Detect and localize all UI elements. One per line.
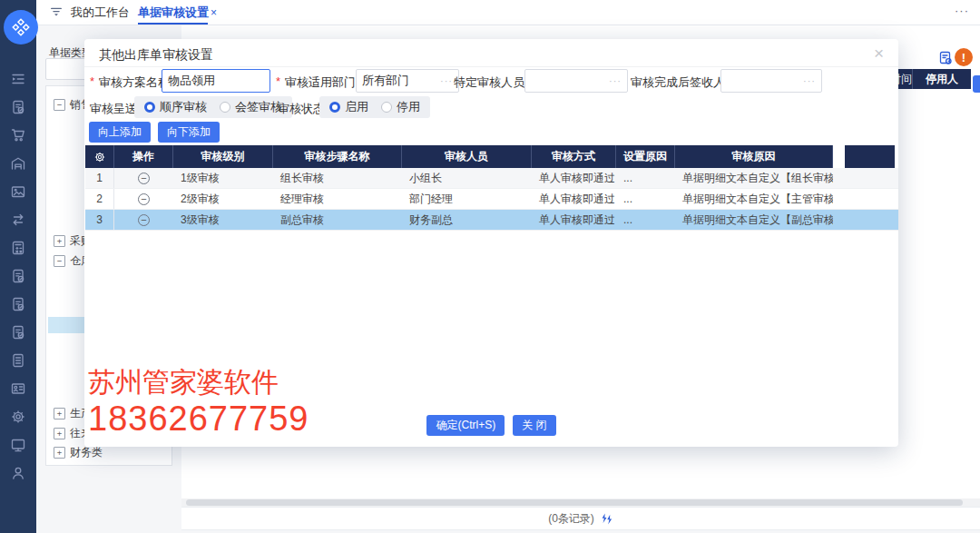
expand-icon[interactable]: + [54,428,65,439]
confirm-button[interactable]: 确定(Ctrl+S) [426,415,505,436]
auditor-input[interactable]: ··· [524,69,628,93]
document-check-icon[interactable] [10,99,26,115]
app-logo-icon[interactable] [4,10,38,44]
delivery-mode-group: 顺序审核 会签审核 [134,96,292,118]
audit-step-cell: 副总审核 [273,210,402,230]
remove-row-icon[interactable]: − [114,168,173,188]
transfer-icon[interactable] [10,212,26,228]
tab-workspace[interactable]: 我的工作台 [71,0,130,25]
radio-disable[interactable]: 停用 [381,99,420,115]
refresh-icon[interactable] [600,512,613,526]
tab-audit-settings-label: 单据审核设置 [138,5,209,19]
audit-reason-cell: 单据明细文本自定义【组长审核】等于【是】审核; [675,168,833,188]
expand-icon[interactable]: + [54,408,65,419]
dept-input[interactable]: 所有部门··· [356,69,459,93]
table-header-cell: 审核方式 [532,145,616,168]
picker-ellipsis-icon[interactable]: ··· [440,75,453,86]
remove-row-icon[interactable]: − [114,189,173,209]
status-bar: (0条记录) [181,507,980,530]
radio-icon [220,102,230,113]
close-button[interactable]: 关 闭 [513,415,555,436]
picker-ellipsis-icon[interactable]: ··· [609,75,622,86]
dept-label: 审核适用部门: [285,74,359,91]
sidebar-icon-list [0,71,36,481]
user-icon[interactable] [10,465,26,481]
collapse-icon[interactable]: − [54,99,65,111]
table-header-cell: 设置原因 [616,145,675,168]
audit-settings-dialog: 其他出库单审核设置 × * 审核方案名称: 物品领用 * 审核适用部门: 所有部… [84,39,898,447]
remove-row-icon[interactable]: − [138,173,150,184]
image-icon[interactable] [10,183,26,200]
calculator-icon[interactable] [10,240,26,256]
radio-selected-icon [329,102,340,113]
background-table-header: 停用时间 停用人 [897,69,971,89]
tree-item-label: 财务类 [70,445,103,460]
expand-icon[interactable]: + [54,447,65,459]
table-settings-gear-icon[interactable] [85,145,114,168]
dialog-close-icon[interactable]: × [874,44,884,63]
audit-level-cell: 1级审核 [173,168,273,188]
table-header-cell: 操作 [114,145,173,168]
document-check-icon[interactable] [10,296,26,312]
document-lines-icon[interactable] [10,352,26,369]
audit-person-cell: 财务副总 [402,210,532,230]
collapse-icon[interactable]: − [54,255,65,267]
alert-badge[interactable]: ! [955,48,973,66]
document-check-icon[interactable] [10,268,26,284]
auditor-label: 特定审核人员: [454,74,528,91]
collapse-menu-icon[interactable] [49,5,64,19]
audit-step-cell: 经理审核 [273,189,402,209]
audit-steps-table: 操作审核级别审核步骤名称审核人员审核方式设置原因审核原因 1−1级审核组长审核小… [85,145,898,231]
radio-enable[interactable]: 启用 [329,99,368,115]
scheme-name-input[interactable]: 物品领用 [162,69,270,93]
audit-person-cell: 小组长 [402,168,532,188]
tab-close-icon[interactable]: × [211,6,217,19]
app-screen: 我的工作台 单据审核设置× ··· 单据类型 −销售类+采购类−仓库类+生产类+… [0,0,980,533]
tree-item[interactable]: +财务类 [54,445,103,459]
radio-row: 审核呈送方式: 顺序审核 会签审核 审核状态: 启用 停用 [84,96,898,118]
remove-row-icon[interactable]: − [138,193,150,205]
add-below-button[interactable]: 向下添加 [158,122,220,143]
cart-icon[interactable] [10,127,26,143]
audit-level-cell: 2级审核 [173,189,273,209]
picker-ellipsis-icon[interactable]: ··· [803,75,816,86]
tab-overflow-button[interactable]: ··· [955,0,969,22]
document-settings-icon[interactable] [937,50,954,66]
horizontal-scrollbar [181,498,980,507]
audit-status-group: 启用 停用 [319,96,430,118]
audit-mode-cell: 单人审核即通过 [532,168,616,188]
scrollbar-thumb[interactable] [186,499,963,506]
table-row[interactable]: 2−2级审核经理审核部门经理单人审核即通过...单据明细文本自定义【主管审核】等… [85,189,898,210]
receiver-label: 审核完成后签收人: [631,74,729,91]
document-check-icon[interactable] [10,324,26,341]
clipped-blue-button[interactable] [973,75,980,93]
row-number: 1 [85,168,114,188]
col-deactivate-person: 停用人 [913,72,971,87]
remove-row-icon[interactable]: − [114,210,173,230]
table-header-filler [845,145,895,168]
expand-icon[interactable]: + [54,235,65,247]
table-row[interactable]: 1−1级审核组长审核小组长单人审核即通过...单据明细文本自定义【组长审核】等于… [85,168,898,189]
set-reason-cell[interactable]: ... [616,189,675,209]
table-header-row: 操作审核级别审核步骤名称审核人员审核方式设置原因审核原因 [85,145,898,168]
indent-menu-icon[interactable] [10,71,26,87]
id-card-icon[interactable] [10,380,26,397]
tab-audit-settings[interactable]: 单据审核设置× [138,0,217,25]
row-number: 3 [85,210,114,230]
warehouse-icon[interactable] [10,155,26,172]
set-reason-cell[interactable]: ... [616,168,675,188]
remove-row-icon[interactable]: − [138,214,150,226]
set-reason-cell[interactable]: ... [616,210,675,230]
radio-countersign-audit[interactable]: 会签审核 [220,99,282,115]
monitor-icon[interactable] [10,437,26,453]
gear-icon[interactable] [10,409,26,425]
col-deactivate-time: 停用时间 [897,69,912,89]
table-row[interactable]: 3−3级审核副总审核财务副总单人审核即通过...单据明细文本自定义【副总审核】等… [85,210,898,231]
receiver-input[interactable]: ··· [720,69,822,93]
dialog-footer: 确定(Ctrl+S) 关 闭 [84,415,898,436]
radio-selected-icon [144,102,155,113]
radio-sequential-audit[interactable]: 顺序审核 [144,99,207,115]
audit-reason-cell: 单据明细文本自定义【主管审核】等于【是】审核; [675,189,833,209]
table-header-cell: 审核人员 [402,145,532,168]
add-above-button[interactable]: 向上添加 [89,122,151,143]
